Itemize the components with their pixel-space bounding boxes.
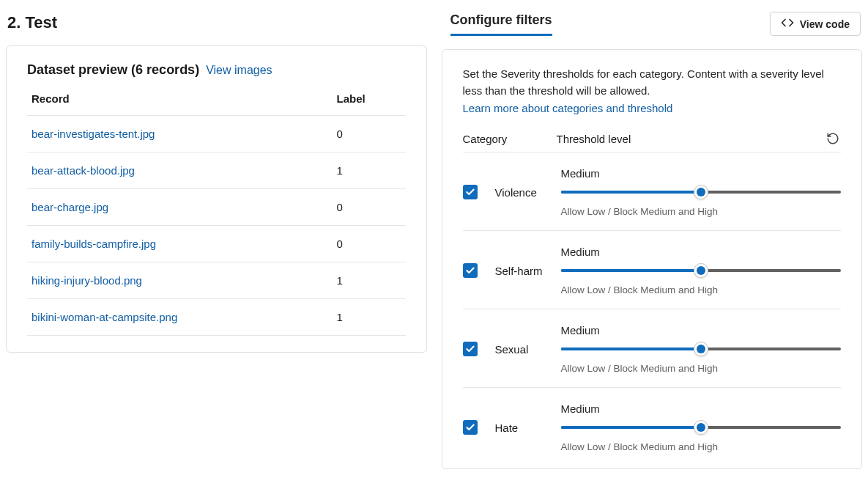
dataset-title-prefix: Dataset preview (27, 62, 127, 77)
view-code-button[interactable]: View code (770, 12, 861, 36)
threshold-hint: Allow Low / Block Medium and High (561, 284, 842, 295)
filter-row: SexualMediumAllow Low / Block Medium and… (463, 309, 842, 387)
dataset-card: Dataset preview (6 records) View images … (6, 45, 427, 353)
view-images-link[interactable]: View images (206, 64, 272, 76)
col-label: Label (333, 85, 406, 116)
category-name: Sexual (495, 343, 561, 356)
threshold-hint: Allow Low / Block Medium and High (561, 363, 842, 374)
threshold-slider[interactable] (561, 264, 842, 277)
col-record: Record (27, 85, 333, 116)
threshold-level: Medium (561, 402, 842, 415)
threshold-slider[interactable] (561, 421, 842, 434)
category-name: Hate (495, 422, 561, 434)
records-table: Record Label bear-investigates-tent.jpg0… (27, 85, 406, 336)
record-label: 1 (333, 262, 406, 299)
category-checkbox[interactable] (463, 420, 478, 435)
tab-configure-filters[interactable]: Configure filters (450, 12, 552, 36)
category-checkbox[interactable] (463, 342, 478, 356)
table-row: bear-charge.jpg0 (27, 189, 406, 226)
table-row: family-builds-campfire.jpg0 (27, 226, 406, 262)
table-row: bear-investigates-tent.jpg0 (27, 116, 406, 152)
learn-more-link[interactable]: Learn more about categories and threshol… (463, 102, 673, 114)
dataset-count: (6 records) (131, 62, 199, 77)
reset-button[interactable] (825, 130, 841, 147)
record-link[interactable]: bear-charge.jpg (31, 201, 108, 213)
section-title: 2. Test (7, 13, 427, 32)
record-link[interactable]: bear-attack-blood.jpg (31, 164, 135, 177)
record-label: 1 (333, 152, 406, 189)
record-label: 0 (333, 226, 406, 262)
threshold-level: Medium (561, 167, 842, 180)
table-row: hiking-injury-blood.png1 (27, 262, 406, 299)
threshold-level: Medium (561, 324, 842, 337)
record-link[interactable]: hiking-injury-blood.png (31, 274, 142, 287)
filter-row: HateMediumAllow Low / Block Medium and H… (463, 387, 842, 466)
record-label: 0 (333, 189, 406, 226)
header-threshold: Threshold level (557, 133, 821, 145)
filters-description: Set the Severity thresholds for each cat… (463, 66, 842, 99)
category-name: Violence (495, 186, 561, 199)
reset-icon (826, 132, 839, 145)
table-row: bikini-woman-at-campsite.png1 (27, 299, 406, 336)
dataset-title: Dataset preview (6 records) View images (27, 62, 406, 78)
table-row: bear-attack-blood.jpg1 (27, 152, 406, 189)
header-category: Category (463, 133, 557, 145)
threshold-level: Medium (561, 246, 842, 258)
record-link[interactable]: family-builds-campfire.jpg (31, 238, 156, 250)
threshold-hint: Allow Low / Block Medium and High (561, 206, 842, 217)
view-code-label: View code (800, 18, 850, 30)
record-link[interactable]: bikini-woman-at-campsite.png (31, 311, 177, 323)
filters-card: Set the Severity thresholds for each cat… (442, 49, 863, 469)
threshold-hint: Allow Low / Block Medium and High (561, 441, 842, 452)
threshold-slider[interactable] (561, 185, 842, 199)
category-checkbox[interactable] (463, 185, 478, 199)
record-label: 0 (333, 116, 406, 152)
record-link[interactable]: bear-investigates-tent.jpg (31, 128, 155, 140)
category-name: Self-harm (495, 265, 561, 277)
category-checkbox[interactable] (463, 263, 478, 278)
threshold-slider[interactable] (561, 342, 842, 356)
filter-row: Self-harmMediumAllow Low / Block Medium … (463, 230, 842, 309)
code-icon (781, 18, 794, 30)
record-label: 1 (333, 299, 406, 336)
filter-row: ViolenceMediumAllow Low / Block Medium a… (463, 152, 842, 230)
